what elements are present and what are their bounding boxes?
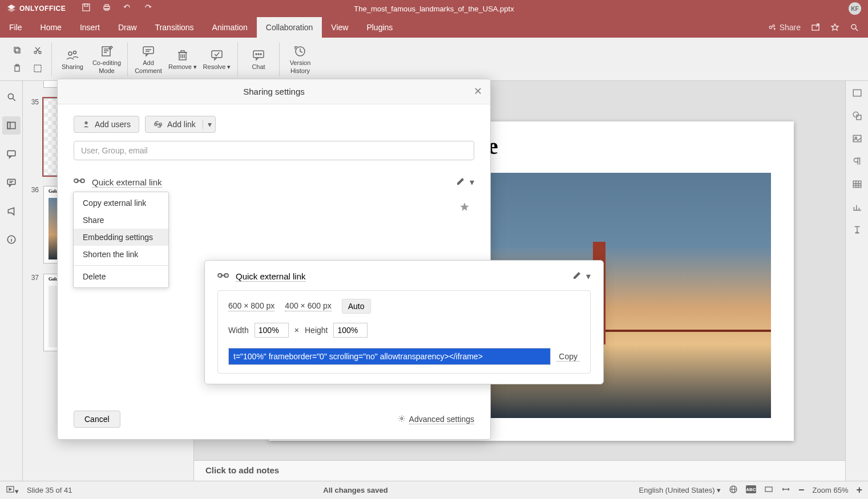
paragraph-settings-icon[interactable]	[852, 156, 862, 169]
tab-transitions[interactable]: Transitions	[146, 17, 203, 38]
menu-share[interactable]: Share	[74, 212, 168, 229]
open-location-icon[interactable]	[811, 23, 820, 32]
comments-panel-icon[interactable]	[2, 145, 21, 163]
user-search-input[interactable]	[74, 141, 474, 160]
cancel-button[interactable]: Cancel	[74, 411, 120, 428]
about-icon[interactable]	[2, 230, 21, 249]
dialog-title: Sharing settings	[243, 87, 305, 96]
chevron-down-icon: ▾	[193, 63, 197, 70]
menu-shorten-link[interactable]: Shorten the link	[74, 246, 168, 263]
advanced-settings-link[interactable]: Advanced settings	[398, 415, 474, 424]
select-icon[interactable]	[30, 61, 46, 76]
svg-rect-2	[83, 4, 90, 11]
coediting-button[interactable]: Co-editing Mode	[92, 43, 122, 74]
document-title: The_most_famous_landmarks_of_the_USA.ppt…	[354, 5, 514, 13]
svg-rect-3	[84, 4, 88, 6]
tab-view[interactable]: View	[322, 17, 357, 38]
globe-icon[interactable]	[729, 485, 738, 496]
embed-title[interactable]: Quick external link	[236, 271, 306, 282]
svg-point-8	[773, 25, 775, 27]
zoom-out-button[interactable]: −	[798, 484, 805, 496]
cut-icon[interactable]	[30, 43, 46, 58]
svg-point-19	[68, 52, 72, 55]
ribbon: Sharing Co-editing Mode Add Comment Remo…	[0, 38, 868, 81]
save-icon[interactable]	[82, 3, 91, 14]
status-bar: ▾ Slide 35 of 41 All changes saved Engli…	[0, 481, 868, 499]
table-settings-icon[interactable]	[852, 179, 862, 192]
svg-text:ABC: ABC	[746, 487, 756, 492]
sharing-button[interactable]: Sharing	[58, 47, 87, 71]
svg-rect-18	[34, 65, 41, 72]
preset-600x800[interactable]: 600 × 800 px	[228, 301, 274, 311]
embed-header: Quick external link ▾	[217, 271, 591, 282]
redo-icon[interactable]	[143, 3, 152, 14]
paste-icon[interactable]	[9, 61, 25, 76]
feedback-icon[interactable]	[2, 202, 21, 220]
embedding-popup: Quick external link ▾ 600 × 800 px 400 ×…	[204, 260, 604, 384]
embed-settings-box: 600 × 800 px 400 × 600 px Auto Width × H…	[217, 290, 591, 374]
fit-slide-icon[interactable]	[764, 485, 773, 496]
chevron-down-icon[interactable]: ▾	[470, 177, 474, 188]
tab-insert[interactable]: Insert	[71, 17, 109, 38]
quick-link-label[interactable]: Quick external link	[92, 177, 162, 188]
tab-draw[interactable]: Draw	[109, 17, 146, 38]
svg-rect-33	[7, 151, 15, 156]
tab-animation[interactable]: Animation	[203, 17, 257, 38]
pencil-icon[interactable]	[456, 177, 465, 188]
pencil-icon[interactable]	[572, 271, 582, 282]
print-icon[interactable]	[102, 3, 111, 14]
close-icon[interactable]: ✕	[474, 85, 482, 98]
embed-code-field[interactable]: t="100%" frameborder="0" scrolling="no" …	[228, 348, 551, 365]
search-icon[interactable]	[850, 23, 859, 32]
share-button[interactable]: Share	[768, 23, 801, 32]
tab-file[interactable]: File	[0, 17, 31, 38]
zoom-level[interactable]: Zoom 65%	[813, 486, 849, 494]
menu-delete[interactable]: Delete	[74, 268, 168, 285]
add-comment-button[interactable]: Add Comment	[134, 43, 163, 74]
spellcheck-icon[interactable]: ABC	[746, 485, 756, 495]
find-icon[interactable]	[2, 88, 21, 106]
svg-marker-54	[460, 202, 469, 211]
add-link-button[interactable]: Add link ▾	[145, 116, 216, 133]
svg-rect-12	[14, 47, 19, 52]
star-icon[interactable]	[459, 202, 470, 214]
add-users-button[interactable]: Add users	[74, 116, 139, 133]
presentation-icon[interactable]: ▾	[6, 485, 19, 496]
auto-button[interactable]: Auto	[342, 299, 371, 314]
slides-panel-icon[interactable]	[2, 116, 21, 135]
svg-marker-10	[831, 24, 838, 30]
width-input[interactable]	[255, 323, 289, 338]
chat-button[interactable]: Chat	[244, 47, 273, 71]
preset-400x600[interactable]: 400 × 600 px	[285, 301, 331, 311]
chat-panel-icon[interactable]	[2, 173, 21, 192]
chart-settings-icon[interactable]	[852, 202, 862, 214]
user-icon	[82, 120, 90, 128]
title-bar: ONLYOFFICE The_most_famous_landmarks_of_…	[0, 0, 868, 17]
resolve-button[interactable]: Resolve ▾	[202, 47, 232, 71]
chevron-down-icon[interactable]: ▾	[586, 271, 591, 282]
copy-button[interactable]: Copy	[556, 352, 580, 362]
height-input[interactable]	[333, 323, 368, 338]
copy-icon[interactable]	[9, 43, 25, 58]
version-history-button[interactable]: Version History	[285, 43, 315, 74]
image-settings-icon[interactable]	[852, 133, 862, 146]
undo-icon[interactable]	[123, 3, 132, 14]
remove-button[interactable]: Remove ▾	[168, 47, 197, 71]
language-selector[interactable]: English (United States) ▾	[639, 486, 721, 494]
svg-rect-32	[7, 122, 10, 128]
menu-copy-link[interactable]: Copy external link	[74, 194, 168, 212]
fit-width-icon[interactable]	[781, 485, 790, 496]
textart-settings-icon[interactable]	[852, 225, 862, 237]
tab-collaboration[interactable]: Collaboration	[257, 17, 322, 38]
user-avatar[interactable]: KF	[849, 2, 861, 15]
tab-home[interactable]: Home	[31, 17, 71, 38]
slide-counter: Slide 35 of 41	[27, 486, 72, 494]
chevron-down-icon[interactable]: ▾	[203, 120, 212, 129]
menu-embedding-settings[interactable]: Embedding settings	[74, 229, 168, 246]
star-icon[interactable]	[830, 23, 839, 32]
tab-plugins[interactable]: Plugins	[357, 17, 402, 38]
shape-settings-icon[interactable]	[852, 111, 862, 123]
notes-area[interactable]: Click to add notes	[194, 460, 845, 481]
zoom-in-button[interactable]: +	[856, 484, 862, 496]
slide-settings-icon[interactable]	[852, 88, 862, 100]
